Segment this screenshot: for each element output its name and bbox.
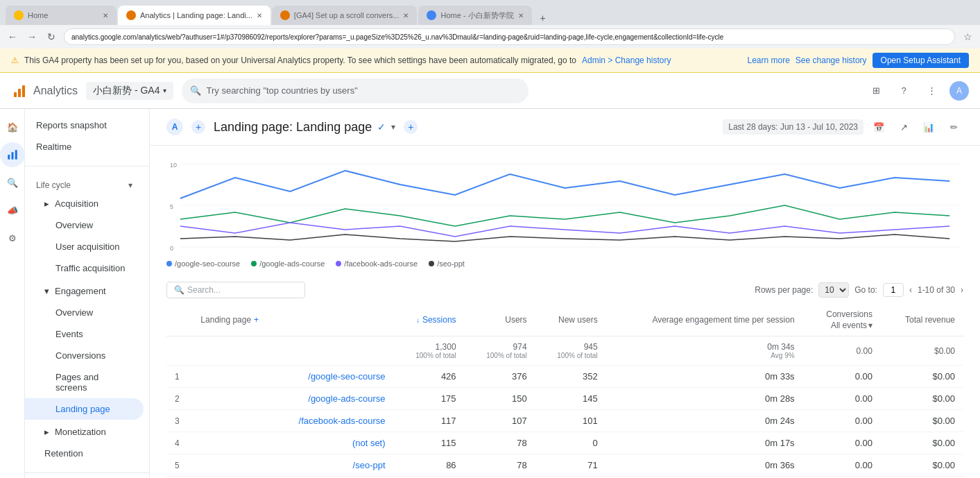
row-sessions: 175 [394,388,465,410]
global-search[interactable]: 🔍 Try searching "top countries by users" [182,78,528,103]
row-page[interactable]: /google-ads-course [192,388,393,410]
row-page[interactable]: /google-seo-course [192,366,393,388]
calendar-icon-btn[interactable]: 📅 [869,117,888,137]
edit-icon-btn[interactable]: ✏ [944,117,963,137]
forward-button[interactable]: → [25,30,39,44]
user-avatar[interactable]: A [949,81,969,101]
explore-nav-icon[interactable]: 🔍 [0,170,25,195]
sidebar-item-acquisition-header[interactable]: ▸ Acquisition [25,193,144,214]
col-header-users[interactable]: Users [465,304,535,336]
row-rank: 1 [166,366,192,388]
sort-down-icon: ↓ [416,316,420,324]
sidebar-item-overview-eng[interactable]: Overview [25,302,144,323]
sessions-col-label: Sessions [422,315,456,325]
table-container: 🔍 Search... Rows per page: 10 25 50 Go t… [150,276,980,478]
date-range-selector[interactable]: Last 28 days: Jun 13 - Jul 10, 2023 [723,119,863,135]
legend-item-fb[interactable]: /facebook-ads-course [336,259,418,268]
analytics-logo-text: Analytics [33,85,78,97]
svg-text:09: 09 [895,253,901,254]
tab-close-xiaobai[interactable]: ✕ [518,12,524,19]
sidebar-item-conversions[interactable]: Conversions [25,345,144,366]
browser-tab-ga4[interactable]: [GA4] Set up a scroll convers... ✕ [272,6,418,25]
col-header-avg-engagement[interactable]: Average engagement time per session [606,304,803,336]
row-users: 107 [465,410,535,432]
home-nav-icon[interactable]: 🏠 [0,114,25,139]
legend-dot-fb [336,261,341,266]
add-col-icon[interactable]: + [254,315,259,325]
col-header-sessions[interactable]: ↓ Sessions [394,304,465,336]
chevron-down-icon-report[interactable]: ▾ [391,122,395,132]
row-new-users: 352 [535,366,606,388]
verified-icon: ✓ [377,121,386,133]
legend-item-ppt[interactable]: /seo-ppt [429,259,465,268]
row-new-users: 101 [535,410,606,432]
bookmark-button[interactable]: ☆ [961,30,974,44]
sidebar-item-engagement-header[interactable]: ▾ Engagement [25,280,144,302]
refresh-button[interactable]: ↻ [44,30,58,44]
users-col-label: Users [505,315,526,325]
col-header-new-users[interactable]: New users [535,304,606,336]
grid-view-button[interactable]: ⊞ [866,81,886,101]
rows-per-page-select[interactable]: 10 25 50 [818,282,849,298]
col-header-revenue[interactable]: Total revenue [881,304,963,336]
sidebar-item-overview-acq[interactable]: Overview [25,214,144,236]
sidebar-item-events[interactable]: Events [25,323,144,345]
see-change-history-button[interactable]: See change history [796,56,867,65]
table-search[interactable]: 🔍 Search... [166,282,305,298]
tab-title-analytics: Analytics | Landing page: Landi... [140,11,252,19]
app-header: Analytics 小白新势 - GA4 ▾ 🔍 Try searching "… [0,73,980,109]
advertising-nav-icon[interactable]: 📣 [0,198,25,223]
reports-nav-icon[interactable] [0,142,25,167]
row-page[interactable]: /facebook-ads-course [192,410,393,432]
admin-link[interactable]: Admin > Change history [582,56,671,65]
totals-new-users-pct: 100% of total [544,352,598,359]
tab-close-analytics[interactable]: ✕ [257,12,262,19]
conversions-dropdown[interactable]: All events ▾ [831,321,872,330]
svg-text:27: 27 [565,253,571,254]
add-to-report-button[interactable]: + [191,120,205,134]
add-metric-button[interactable]: + [404,120,418,134]
sidebar-item-pages-screens[interactable]: Pages and screens [25,366,144,398]
report-title: Landing page: Landing page ✓ ▾ [214,120,395,135]
sidebar-item-realtime[interactable]: Realtime [25,136,144,157]
sidebar-item-monetization[interactable]: ▸ Monetization [25,421,144,443]
open-setup-assistant-button[interactable]: Open Setup Assistant [872,53,969,68]
row-page[interactable]: /seo-ppt [192,454,393,477]
sidebar-item-retention[interactable]: Retention [25,443,144,464]
prev-page-button[interactable]: ‹ [909,285,912,295]
sidebar-item-landing-page[interactable]: Landing page [25,398,144,420]
share-icon-btn[interactable]: ↗ [894,117,913,137]
help-button[interactable]: ? [894,81,913,101]
col-header-conversions[interactable]: Conversions All events ▾ [803,304,881,336]
legend-item-ads[interactable]: /google-ads-course [251,259,325,268]
sidebar-section-lifecycle[interactable]: Life cycle ▾ [25,175,144,193]
chart-type-icon-btn[interactable]: 📊 [919,117,938,137]
browser-tab-xiaobai[interactable]: Home - 小白新势学院 ✕ [418,6,531,25]
row-revenue: $0.00 [881,366,963,388]
tab-close-home[interactable]: ✕ [103,12,108,19]
info-banner: ⚠ This GA4 property has been set up for … [0,49,980,73]
row-page[interactable]: (not set) [192,432,393,454]
learn-more-button[interactable]: Learn more [747,56,789,65]
browser-tab-home[interactable]: Home ✕ [6,6,117,25]
svg-text:03: 03 [730,253,736,254]
new-tab-button[interactable]: + [536,11,550,25]
legend-item-seo[interactable]: /google-seo-course [166,259,240,268]
address-bar[interactable]: analytics.google.com/analytics/web/?auth… [64,28,955,45]
sidebar-item-user-acquisition[interactable]: User acquisition [25,236,144,257]
browser-tab-analytics[interactable]: Analytics | Landing page: Landi... ✕ [118,6,270,25]
col-header-landing-page[interactable]: Landing page + [192,304,393,336]
go-to-input[interactable] [883,283,904,297]
sidebar-item-traffic-acquisition[interactable]: Traffic acquisition [25,257,144,279]
sidebar-top-section: Reports snapshot Realtime [25,109,149,163]
table-search-placeholder: Search... [187,285,221,295]
back-button[interactable]: ← [6,30,19,44]
property-selector[interactable]: 小白新势 - GA4 ▾ [86,82,173,100]
sidebar-item-reports-snapshot[interactable]: Reports snapshot [25,114,144,136]
landing-page-col-label: Landing page [200,315,251,325]
more-options-button[interactable]: ⋮ [922,81,941,101]
tab-close-ga4[interactable]: ✕ [403,12,409,19]
configure-nav-icon[interactable]: ⚙ [0,225,25,250]
row-revenue: $0.00 [881,454,963,477]
next-page-button[interactable]: › [961,285,963,295]
